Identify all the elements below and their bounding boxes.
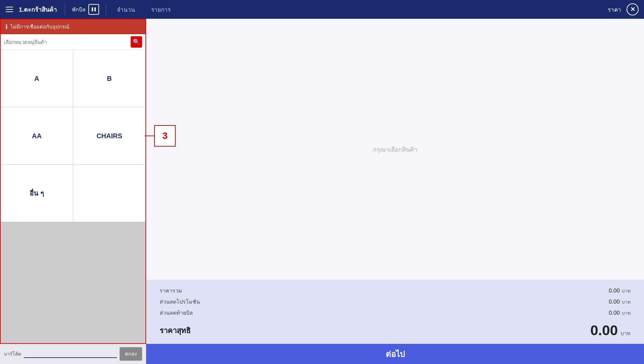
product-placeholder: กรุณาเลือกสินค้า xyxy=(373,145,417,154)
category-item-empty xyxy=(73,165,145,222)
main-body: ℹ ไม่มีการเชื่อมต่อกับอุปกรณ์ 🔍 A B AA xyxy=(0,19,644,344)
barcode-input[interactable] xyxy=(24,350,117,358)
right-panel: กรุณาเลือกสินค้า ราคารวม 0.00 บาท ส่วนลด… xyxy=(146,19,644,344)
price-tab-label[interactable]: ราคา xyxy=(608,5,621,14)
close-button[interactable]: ✕ xyxy=(627,3,639,15)
search-icon: 🔍 xyxy=(133,38,140,46)
header-divider xyxy=(65,3,65,15)
total-price-label: ราคารวม xyxy=(160,287,182,295)
header-right: ราคา ✕ xyxy=(608,3,644,15)
net-price-amount: 0.00 xyxy=(590,322,618,339)
search-input[interactable] xyxy=(4,39,131,45)
confirm-button[interactable]: ตกลง xyxy=(120,347,142,361)
category-grid: A B AA CHAIRS 3 xyxy=(1,50,145,343)
search-bar: 🔍 xyxy=(1,34,145,50)
category-item-B[interactable]: B xyxy=(73,50,145,107)
category-label-AA: AA xyxy=(32,132,42,140)
hamburger-icon xyxy=(6,7,13,12)
category-item-A[interactable]: A xyxy=(1,50,73,107)
header: 1.ตะกร้าสินค้า พักบิล จำนวน รายการ ราคา … xyxy=(0,0,644,19)
menu-button[interactable] xyxy=(0,7,19,12)
pause-bill-button[interactable]: พักบิล xyxy=(68,2,103,17)
promo-discount-value-group: 0.00 บาท xyxy=(609,298,631,306)
continue-label: ต่อไป xyxy=(386,348,405,361)
bill-discount-label: ส่วนลดท้ายบิล xyxy=(160,309,193,317)
barcode-label: บาร์โค้ด xyxy=(4,350,21,358)
net-price-value-group: 0.00 บาท xyxy=(590,322,631,339)
left-panel: ℹ ไม่มีการเชื่อมต่อกับอุปกรณ์ 🔍 A B AA xyxy=(0,19,146,344)
promo-discount-unit: บาท xyxy=(622,298,631,306)
svg-rect-1 xyxy=(94,7,96,11)
chairs-badge: 3 xyxy=(154,125,176,147)
promo-discount-row: ส่วนลดโปรโมชัน 0.00 บาท xyxy=(160,296,631,307)
net-price-label: ราคาสุทธิ xyxy=(160,325,190,336)
total-price-unit: บาท xyxy=(622,287,631,295)
product-area: กรุณาเลือกสินค้า xyxy=(146,19,644,280)
category-label-other: อื่น ๆ xyxy=(30,188,44,199)
category-label-CHAIRS: CHAIRS xyxy=(96,132,122,140)
category-item-CHAIRS[interactable]: CHAIRS 3 xyxy=(73,107,145,164)
category-label-B: B xyxy=(107,75,112,83)
alert-message: ไม่มีการเชื่อมต่อกับอุปกรณ์ xyxy=(10,23,69,31)
alert-icon: ℹ xyxy=(5,23,8,31)
chairs-badge-container: 3 xyxy=(145,125,176,147)
header-tabs: จำนวน รายการ xyxy=(109,4,608,15)
continue-button[interactable]: ต่อไป xyxy=(146,344,644,364)
alert-bar: ℹ ไม่มีการเชื่อมต่อกับอุปกรณ์ xyxy=(1,19,145,34)
total-price-amount: 0.00 xyxy=(609,288,620,294)
category-item-other[interactable]: อื่น ๆ xyxy=(1,165,73,222)
total-price-value-group: 0.00 บาท xyxy=(609,287,631,295)
search-button[interactable]: 🔍 xyxy=(131,36,142,48)
net-price-row: ราคาสุทธิ 0.00 บาท xyxy=(160,320,631,339)
bill-discount-unit: บาท xyxy=(622,309,631,317)
tab-quantity[interactable]: จำนวน xyxy=(117,4,135,15)
category-item-AA[interactable]: AA xyxy=(1,107,73,164)
tab-items[interactable]: รายการ xyxy=(151,4,171,15)
bill-discount-row: ส่วนลดท้ายบิล 0.00 บาท xyxy=(160,307,631,318)
close-icon: ✕ xyxy=(630,6,635,13)
promo-discount-amount: 0.00 xyxy=(609,299,620,305)
header-title: 1.ตะกร้าสินค้า xyxy=(19,5,62,14)
promo-discount-label: ส่วนลดโปรโมชัน xyxy=(160,298,200,306)
category-label-A: A xyxy=(34,75,39,83)
summary-area: ราคารวม 0.00 บาท ส่วนลดโปรโมชัน 0.00 บาท… xyxy=(146,280,644,344)
svg-rect-0 xyxy=(92,7,93,11)
chairs-badge-value: 3 xyxy=(162,131,168,141)
pause-icon xyxy=(88,4,99,15)
net-price-unit: บาท xyxy=(620,329,631,337)
footer-left: บาร์โค้ด ตกลง xyxy=(0,344,146,364)
footer: บาร์โค้ด ตกลง ต่อไป xyxy=(0,344,644,364)
pause-bill-label: พักบิล xyxy=(72,5,86,14)
bill-discount-value-group: 0.00 บาท xyxy=(609,309,631,317)
total-price-row: ราคารวม 0.00 บาท xyxy=(160,285,631,296)
bill-discount-amount: 0.00 xyxy=(609,310,620,316)
header-divider2 xyxy=(106,3,106,15)
